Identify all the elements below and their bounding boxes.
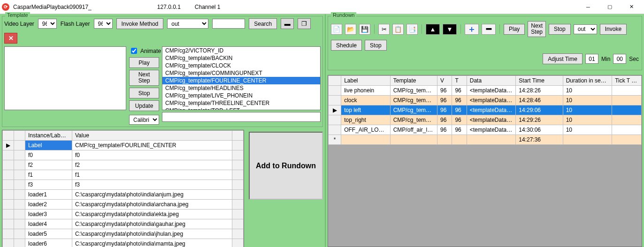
title-ip: 127.0.0.1	[157, 4, 181, 10]
play-button[interactable]: Play	[129, 57, 159, 68]
next-step-button[interactable]: NextStep	[129, 70, 159, 86]
details-row[interactable]: loader2C:\casparcg\mydata\photo\india\ar…	[3, 200, 244, 210]
details-row[interactable]: loader1C:\casparcg\mydata\photo\india\an…	[3, 190, 244, 200]
new-icon[interactable]: 📄	[331, 24, 342, 35]
details-row[interactable]: loader3C:\casparcg\mydata\photo\india\ek…	[3, 210, 244, 219]
rd-shedule-button[interactable]: Shedule	[331, 40, 362, 51]
details-col-name[interactable]: Instance/Label Name	[25, 131, 72, 141]
animate-label: Animate	[140, 48, 161, 54]
details-row[interactable]: loader5C:\casparcg\mydata\photo\india\jh…	[3, 229, 244, 239]
rundown-col[interactable]: Tick T (ms)	[612, 76, 642, 86]
rd-play-button[interactable]: Play	[504, 24, 525, 35]
save-icon[interactable]: 💾	[359, 24, 370, 35]
adjust-time-button[interactable]: Adjust Time	[543, 53, 583, 64]
stop-button[interactable]: Stop	[129, 88, 159, 98]
add-to-rundown-button[interactable]: Add to Rundown	[249, 132, 323, 200]
minimize-button[interactable]: ─	[577, 0, 599, 14]
invoke-out-select[interactable]: out	[167, 19, 208, 29]
paste-icon[interactable]: 📑	[406, 24, 418, 35]
close-button[interactable]: ✕	[621, 0, 642, 14]
template-list[interactable]: CMP/cg2/VICTORY_IDCMP/cg_template/BACKIN…	[162, 46, 321, 110]
rundown-row[interactable]: live phoneinCMP/cg_templat...9696<templa…	[329, 86, 642, 96]
details-row[interactable]: loader6C:\casparcg\mydata\photo\india\ma…	[3, 239, 244, 247]
rd-stop2-button[interactable]: Stop	[365, 40, 387, 51]
rundown-col[interactable]: Data	[467, 76, 516, 86]
animate-checkbox[interactable]	[131, 48, 137, 54]
template-list-item[interactable]: CMP/cg_template/BACKIN	[162, 54, 320, 62]
flash-layer-select[interactable]: 96	[94, 19, 113, 29]
open-icon[interactable]: 📂	[345, 24, 356, 35]
move-down-icon[interactable]: ▼	[443, 24, 457, 35]
template-path-input[interactable]	[162, 112, 321, 122]
rd-stop-button[interactable]: Stop	[549, 24, 571, 35]
template-list-item[interactable]: CMP/cg_template/COMMINGUPNEXT	[162, 69, 320, 77]
template-list-item[interactable]: CMP/cg_template/TOP_LEFT	[162, 107, 320, 110]
rundown-row[interactable]: ▶top leftCMP/cg_templat...9696<templateD…	[329, 105, 642, 115]
details-row[interactable]: f0f0	[3, 150, 244, 160]
move-up-icon[interactable]: ▲	[426, 24, 440, 35]
animate-check-wrap[interactable]: Animate	[129, 46, 159, 55]
rundown-col[interactable]	[329, 76, 341, 86]
details-grid[interactable]: Instance/Label Name Value ▶LabelCMP/cg_t…	[2, 130, 244, 247]
title-app: CasparMediaPlayback090917_	[13, 4, 92, 10]
rd-invoke-button[interactable]: Invoke	[600, 24, 627, 35]
cut-icon[interactable]: ✂	[378, 24, 390, 35]
video-layer-label: Video Layer	[4, 21, 34, 27]
search-input[interactable]	[212, 19, 245, 29]
rundown-grid[interactable]: LabelTemplateVTDataStart TimeDuration in…	[328, 75, 642, 247]
rundown-legend: Rundown	[331, 12, 356, 18]
app-icon: ⟳	[2, 3, 9, 11]
maximize-button[interactable]: ▢	[599, 0, 621, 14]
template-list-item[interactable]: CMP/cg2/VICTORY_ID	[162, 47, 320, 54]
details-row[interactable]: loader4C:\casparcg\mydata\photo\india\ga…	[3, 219, 244, 229]
template-list-item[interactable]: CMP/cg_template/LIVE_PHONEIN	[162, 92, 320, 99]
details-row[interactable]: ▶LabelCMP/cg_template/FOURLINE_CENTER	[3, 141, 244, 150]
rundown-row[interactable]: OFF_AIR_LOGG...CMP/off_air_logg...9696<t…	[329, 125, 642, 135]
rundown-group: Rundown 📄 📂 💾 ✂ 📋 📑 ▲ ▼ ＋ ━ Play NextSte…	[328, 16, 642, 70]
sec-label: Sec	[629, 56, 639, 62]
details-row[interactable]: f1f1	[3, 170, 244, 180]
add-icon[interactable]: ＋	[465, 24, 479, 35]
update-button[interactable]: Update	[129, 100, 159, 111]
title-channel: Channel 1	[195, 4, 221, 10]
rundown-row[interactable]: top_rightCMP/cg_templat...9696<templateD…	[329, 115, 642, 125]
details-col-value[interactable]: Value	[72, 131, 232, 141]
adjust-sec-input[interactable]	[613, 54, 626, 64]
template-preview	[4, 46, 126, 110]
min-label: Min	[601, 56, 610, 62]
window-minimize-icon[interactable]: ▬	[281, 18, 294, 29]
rundown-col[interactable]: V	[437, 76, 452, 86]
rundown-col[interactable]: Start Time	[516, 76, 563, 86]
window-close-icon[interactable]: ✕	[4, 33, 17, 44]
search-button[interactable]: Search	[249, 18, 277, 29]
rundown-col[interactable]: Template	[390, 76, 437, 86]
rd-out-select[interactable]: out	[574, 24, 597, 34]
rundown-col[interactable]: Duration in second	[563, 76, 612, 86]
flash-layer-label: Flash Layer	[61, 21, 90, 27]
template-list-item[interactable]: CMP/cg_template/FOURLINE_CENTER	[162, 77, 320, 84]
template-legend: Template	[5, 12, 30, 18]
template-list-item[interactable]: CMP/cg_template/THREELINE_CENTER	[162, 99, 320, 107]
remove-icon[interactable]: ━	[482, 24, 496, 35]
invoke-method-button[interactable]: Invoke Method	[116, 18, 164, 29]
rundown-col[interactable]: Label	[341, 76, 391, 86]
rd-next-step-button[interactable]: NextStep	[528, 21, 546, 37]
copy-icon[interactable]: 📋	[392, 24, 404, 35]
template-list-item[interactable]: CMP/cg_template/CLOCK	[162, 62, 320, 69]
adjust-min-input[interactable]	[585, 54, 598, 64]
video-layer-select[interactable]: 96	[38, 19, 57, 29]
titlebar: ⟳ CasparMediaPlayback090917_ 127.0.0.1 C…	[0, 0, 644, 14]
font-select[interactable]: Calibri	[129, 115, 159, 125]
rundown-row[interactable]: *14:27:36	[329, 135, 642, 145]
details-row[interactable]: f3f3	[3, 180, 244, 190]
rundown-col[interactable]: T	[452, 76, 467, 86]
template-list-item[interactable]: CMP/cg_template/HEADLINES	[162, 84, 320, 92]
window-restore-icon[interactable]: ❐	[298, 18, 311, 29]
rundown-row[interactable]: clockCMP/cg_templat...9696<templateData>…	[329, 96, 642, 105]
template-group: Template Video Layer 96 Flash Layer 96 I…	[2, 16, 323, 127]
details-row[interactable]: f2f2	[3, 160, 244, 170]
